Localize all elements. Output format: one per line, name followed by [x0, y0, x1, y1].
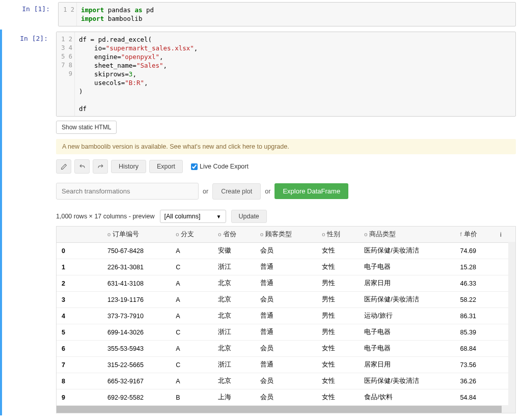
bamboolib-toolbar: History Export Live Code Export [56, 159, 516, 174]
dataframe-table[interactable]: o订单编号 o分支 o省份 o顾客类型 o性别 o商品类型 f单价 i 0750… [57, 227, 515, 406]
table-cell: 电子电器 [359, 324, 455, 341]
table-cell: 普通 [255, 324, 317, 341]
table-cell: 315-22-5665 [102, 357, 171, 373]
table-cell: A [171, 373, 213, 389]
row-index: 4 [57, 308, 102, 324]
table-cell: 女性 [317, 341, 359, 357]
index-header[interactable] [57, 227, 102, 243]
col-header: o商品类型 [359, 227, 455, 243]
table-row[interactable]: 2631-41-3108A北京普通男性居家日用46.33 [57, 275, 515, 292]
table-cell: C [171, 259, 213, 275]
table-cell: 医药保健/美妆清洁 [359, 373, 455, 389]
table-cell: 54.84 [455, 389, 495, 406]
table-cell: 会员 [255, 243, 317, 259]
table-cell: 普通 [255, 275, 317, 292]
horizontal-scrollbar[interactable] [57, 406, 515, 413]
table-cell: 74.69 [455, 243, 495, 259]
table-cell: 男性 [317, 275, 359, 292]
table-cell: 安徽 [213, 243, 255, 259]
table-cell: 699-14-3026 [102, 324, 171, 341]
table-row[interactable]: 6355-53-5943A北京会员女性电子电器68.84 [57, 341, 515, 357]
table-cell: 北京 [213, 373, 255, 389]
show-static-html-button[interactable]: Show static HTML [56, 121, 117, 134]
or-label-1: or [203, 188, 208, 195]
update-button[interactable]: Update [231, 210, 267, 223]
vertical-scrollbar[interactable] [508, 242, 515, 406]
table-cell: 会员 [255, 373, 317, 389]
col-header-more[interactable]: i [495, 227, 515, 243]
table-cell: 692-92-5582 [102, 389, 171, 406]
redo-icon[interactable] [93, 159, 108, 174]
table-cell: 电子电器 [359, 341, 455, 357]
col-header: o订单编号 [102, 227, 171, 243]
table-cell: 女性 [317, 389, 359, 406]
upgrade-notice[interactable]: A new bamboolib version is available. Se… [56, 139, 516, 154]
table-cell: 会员 [255, 341, 317, 357]
table-row[interactable]: 7315-22-5665C浙江普通女性居家日用73.56 [57, 357, 515, 373]
history-button[interactable]: History [111, 160, 146, 173]
undo-icon[interactable] [74, 159, 90, 174]
cell-output: Show static HTML A new bamboolib version… [56, 121, 516, 413]
table-row[interactable]: 4373-73-7910A北京普通男性运动/旅行86.31 [57, 308, 515, 324]
table-cell: 女性 [317, 243, 359, 259]
table-cell: 73.56 [455, 357, 495, 373]
table-cell: 631-41-3108 [102, 275, 171, 292]
table-cell: 750-67-8428 [102, 243, 171, 259]
table-row[interactable]: 0750-67-8428A安徽会员女性医药保健/美妆清洁74.69 [57, 243, 515, 259]
code-body[interactable]: df = pd.read_excel( io="supermarkt_sales… [75, 32, 515, 116]
table-cell: 355-53-5943 [102, 341, 171, 357]
table-row[interactable]: 3123-19-1176A北京会员男性医药保健/美妆清洁58.22 [57, 292, 515, 308]
code-cell-2[interactable]: In [2]: 1 2 3 4 5 6 7 8 9 df = pd.read_e… [0, 30, 522, 415]
code-body[interactable]: import pandas as pd import bamboolib [77, 3, 515, 26]
table-row[interactable]: 5699-14-3026C浙江普通男性电子电器85.39 [57, 324, 515, 341]
search-input[interactable] [56, 183, 199, 200]
table-cell: 女性 [317, 259, 359, 275]
table-cell: 15.28 [455, 259, 495, 275]
pencil-icon[interactable] [56, 159, 71, 174]
live-code-export-checkbox[interactable]: Live Code Export [191, 163, 249, 170]
create-plot-button[interactable]: Create plot [212, 183, 261, 200]
table-cell: 上海 [213, 389, 255, 406]
table-cell: 女性 [317, 357, 359, 373]
table-cell: 68.84 [455, 341, 495, 357]
line-gutter: 1 2 3 4 5 6 7 8 9 [57, 32, 75, 116]
table-cell: 医药保健/美妆清洁 [359, 292, 455, 308]
col-header: o顾客类型 [255, 227, 317, 243]
table-row[interactable]: 8665-32-9167A北京会员女性医药保健/美妆清洁36.26 [57, 373, 515, 389]
code-cell-1[interactable]: In [1]: 1 2 import pandas as pd import b… [0, 0, 522, 29]
row-index: 5 [57, 324, 102, 341]
table-cell: C [171, 357, 213, 373]
table-cell: 医药保健/美妆清洁 [359, 243, 455, 259]
table-row[interactable]: 9692-92-5582B上海会员女性食品/饮料54.84 [57, 389, 515, 406]
columns-select[interactable]: [All columns] ▼ [160, 210, 226, 223]
col-header: o性别 [317, 227, 359, 243]
row-index: 9 [57, 389, 102, 406]
code-editor[interactable]: 1 2 import pandas as pd import bamboolib [58, 2, 516, 26]
table-cell: A [171, 243, 213, 259]
table-cell: 居家日用 [359, 275, 455, 292]
table-cell: 46.33 [455, 275, 495, 292]
table-cell: B [171, 389, 213, 406]
table-cell: 运动/旅行 [359, 308, 455, 324]
code-editor[interactable]: 1 2 3 4 5 6 7 8 9 df = pd.read_excel( io… [56, 32, 516, 117]
notebook: In [1]: 1 2 import pandas as pd import b… [0, 0, 522, 420]
export-button[interactable]: Export [149, 160, 183, 173]
table-cell: A [171, 308, 213, 324]
row-index: 6 [57, 341, 102, 357]
table-cell: 浙江 [213, 259, 255, 275]
table-cell: 食品/饮料 [359, 389, 455, 406]
explore-dataframe-button[interactable]: Explore DataFrame [274, 183, 348, 199]
preview-label: 1,000 rows × 17 columns - preview [56, 213, 155, 220]
table-cell: 86.31 [455, 308, 495, 324]
col-header: o分支 [171, 227, 213, 243]
transform-search-row: or Create plot or Explore DataFrame [56, 183, 516, 200]
row-index: 3 [57, 292, 102, 308]
row-index: 2 [57, 275, 102, 292]
live-code-export-input[interactable] [191, 163, 198, 170]
table-cell: 58.22 [455, 292, 495, 308]
dataframe-table-wrap: o订单编号 o分支 o省份 o顾客类型 o性别 o商品类型 f单价 i 0750… [56, 226, 516, 413]
table-row[interactable]: 1226-31-3081C浙江普通女性电子电器15.28 [57, 259, 515, 275]
table-cell: 浙江 [213, 324, 255, 341]
table-cell: A [171, 275, 213, 292]
table-cell: 85.39 [455, 324, 495, 341]
